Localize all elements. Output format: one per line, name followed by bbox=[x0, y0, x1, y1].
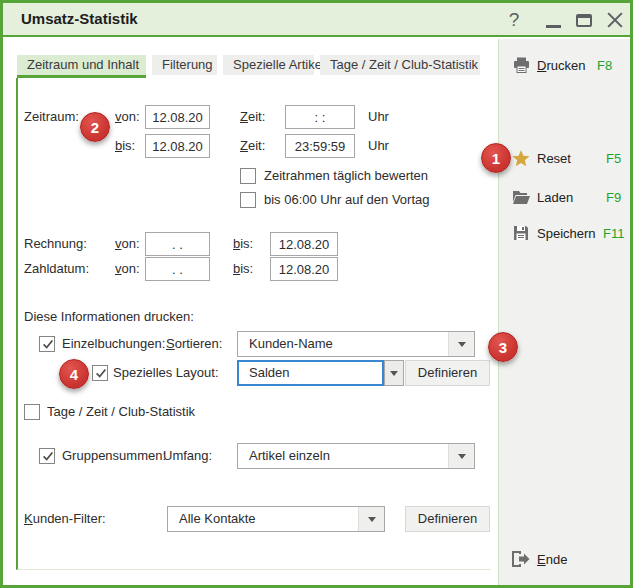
zeit-von-label: Zeit: bbox=[240, 104, 265, 130]
kunden-filter-value: Alle Kontakte bbox=[179, 511, 256, 526]
minimize-icon[interactable] bbox=[540, 3, 566, 37]
definieren-layout-button[interactable]: Definieren bbox=[405, 360, 490, 386]
reset-label: Reset bbox=[537, 151, 571, 166]
uhr-label-2: Uhr bbox=[368, 133, 389, 159]
checkbox-einzelbuchungen[interactable] bbox=[39, 336, 55, 352]
sidebar bbox=[498, 39, 630, 585]
save-icon bbox=[512, 225, 530, 241]
tage-zeit-club-label: Tage / Zeit / Club-Statistik bbox=[47, 399, 195, 425]
zeitraum-label: Zeitraum: bbox=[24, 104, 79, 130]
zeitraum-von-label: von: bbox=[115, 104, 140, 130]
spezielles-layout-value: Salden bbox=[249, 365, 289, 380]
annotation-badge-1: 1 bbox=[481, 143, 511, 173]
folder-icon bbox=[512, 190, 530, 204]
kunden-filter-select[interactable]: Alle Kontakte bbox=[167, 506, 385, 532]
gruppensummen-label: Gruppensummen: bbox=[62, 443, 166, 469]
zahldatum-von-input[interactable] bbox=[145, 257, 210, 281]
annotation-badge-4: 4 bbox=[59, 359, 89, 389]
ende-button[interactable]: Ende bbox=[512, 549, 628, 569]
checkbox-tage-zeit-club[interactable] bbox=[24, 404, 40, 420]
spezielles-layout-select[interactable]: Salden bbox=[237, 360, 384, 386]
einzelbuchungen-label: Einzelbuchungen: bbox=[62, 331, 165, 357]
umfang-select[interactable]: Artikel einzeln bbox=[237, 443, 475, 469]
speichern-label: Speichern bbox=[537, 226, 596, 241]
zahldatum-bis-input[interactable] bbox=[270, 257, 338, 281]
laden-label: Laden bbox=[537, 190, 573, 205]
zeitraum-bis-input[interactable] bbox=[145, 134, 210, 158]
window-title: Umsatz-Statistik bbox=[21, 10, 138, 27]
rechnung-von-input[interactable] bbox=[145, 232, 210, 256]
drucken-label: Drucken bbox=[537, 58, 585, 73]
checkbox-bis-0600-vortag[interactable] bbox=[240, 192, 256, 208]
zeit-von-input[interactable] bbox=[285, 105, 355, 129]
speichern-fkey: F11 bbox=[603, 226, 624, 241]
ende-label: Ende bbox=[537, 552, 567, 567]
zeitraum-bis-label: bis: bbox=[115, 133, 135, 159]
checkbox-spezielles-layout[interactable] bbox=[92, 365, 108, 381]
annotation-badge-2: 2 bbox=[80, 112, 110, 142]
tab-zeitraum-und-inhalt[interactable]: Zeitraum und Inhalt bbox=[17, 55, 146, 78]
checkbox-zeitrahmen-taeglich[interactable] bbox=[240, 168, 256, 184]
check-icon bbox=[94, 366, 108, 380]
drucken-fkey: F8 bbox=[597, 58, 612, 73]
close-icon[interactable] bbox=[602, 3, 628, 37]
zahldatum-label: Zahldatum: bbox=[24, 256, 89, 282]
exit-icon bbox=[512, 551, 530, 567]
dropdown-arrow-icon[interactable] bbox=[448, 444, 474, 468]
check-icon bbox=[41, 449, 55, 463]
laden-fkey: F9 bbox=[606, 190, 621, 205]
definieren-kundenfilter-button[interactable]: Definieren bbox=[405, 506, 490, 532]
zeit-bis-label: Zeit: bbox=[240, 133, 265, 159]
rechnung-label: Rechnung: bbox=[24, 231, 87, 257]
checkbox-zeitrahmen-taeglich-label: Zeitrahmen täglich bewerten bbox=[264, 163, 428, 189]
printer-icon bbox=[512, 57, 530, 73]
annotation-badge-3: 3 bbox=[488, 332, 518, 362]
umfang-label: Umfang: bbox=[163, 443, 212, 469]
checkbox-gruppensummen[interactable] bbox=[39, 448, 55, 464]
help-icon[interactable]: ? bbox=[501, 3, 527, 37]
rechnung-bis-input[interactable] bbox=[270, 232, 338, 256]
star-icon bbox=[512, 149, 530, 168]
rechnung-von-label: von: bbox=[115, 231, 140, 257]
zeit-bis-input[interactable] bbox=[285, 134, 355, 158]
uhr-label-1: Uhr bbox=[368, 104, 389, 130]
spezielles-layout-label: Spezielles Layout: bbox=[113, 360, 219, 386]
umsatz-statistik-dialog: Umsatz-Statistik ? Zeitraum und Inhalt F… bbox=[0, 0, 633, 588]
tab-tage-zeit-club-statistik[interactable]: Tage / Zeit / Club-Statistik bbox=[320, 55, 480, 75]
zeitraum-von-input[interactable] bbox=[145, 105, 210, 129]
spezielles-layout-dropdown-arrow-icon[interactable] bbox=[384, 360, 404, 386]
umfang-value: Artikel einzeln bbox=[249, 448, 330, 463]
sortieren-select[interactable]: Kunden-Name bbox=[237, 331, 475, 357]
dropdown-arrow-icon[interactable] bbox=[448, 332, 474, 356]
tab-spezielle-artikel[interactable]: Spezielle Artikel bbox=[223, 55, 314, 75]
sortieren-label: Sortieren: bbox=[166, 331, 222, 357]
tab-filterung[interactable]: Filterung bbox=[152, 55, 217, 75]
dropdown-arrow-icon[interactable] bbox=[358, 507, 384, 531]
titlebar: Umsatz-Statistik ? bbox=[3, 3, 630, 37]
zahldatum-von-label: von: bbox=[115, 256, 140, 282]
reset-fkey: F5 bbox=[606, 151, 621, 166]
checkbox-bis-0600-vortag-label: bis 06:00 Uhr auf den Vortag bbox=[264, 187, 430, 213]
rechnung-bis-label: bis: bbox=[233, 231, 253, 257]
sortieren-value: Kunden-Name bbox=[249, 336, 333, 351]
section-drucken-label: Diese Informationen drucken: bbox=[24, 304, 194, 330]
maximize-icon[interactable] bbox=[571, 3, 597, 37]
check-icon bbox=[41, 337, 55, 351]
kunden-filter-label: Kunden-Filter: bbox=[24, 506, 106, 532]
zahldatum-bis-label: bis: bbox=[233, 256, 253, 282]
